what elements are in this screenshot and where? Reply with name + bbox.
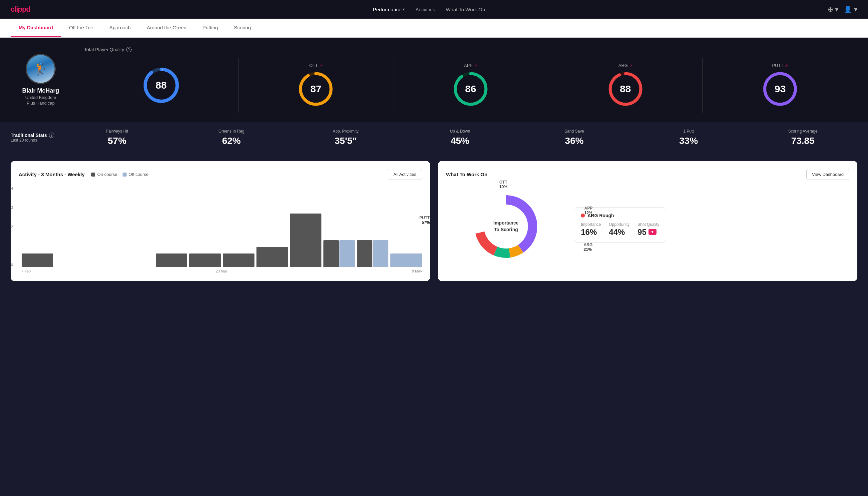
app-logo: clippd	[11, 5, 30, 14]
putt-seg-pct: 57%	[419, 220, 430, 225]
stat-up-and-down: Up & Down 45%	[405, 129, 514, 146]
tpq-circles: 88 OTT ↗ 87	[84, 58, 857, 113]
avatar: 🏌️	[26, 54, 56, 84]
bar-oncourse-10	[357, 240, 373, 267]
metric-opportunity: Opportunity 44%	[609, 222, 630, 237]
putt-seg-label: PUTT	[419, 216, 430, 220]
stat-app-proximity: App. Proximity 35'5"	[291, 129, 400, 146]
stat-greens-in-reg: Greens In Reg 62%	[177, 129, 286, 146]
tpq-section: Total Player Quality ? 88	[84, 47, 857, 113]
all-activities-button[interactable]: All Activities	[388, 169, 422, 180]
wtwo-card-header: What To Work On View Dashboard	[446, 169, 849, 180]
chevron-down-icon: ▾	[403, 7, 405, 12]
tpq-app: APP ↗ 86	[393, 58, 548, 113]
arg-seg-pct: 21%	[584, 247, 593, 252]
bar-offcourse-9	[340, 240, 355, 267]
offcourse-dot	[123, 173, 127, 176]
tab-scoring[interactable]: Scoring	[226, 19, 259, 37]
app-value: 86	[465, 83, 476, 95]
y-axis: 4 3 2 1 0	[11, 187, 13, 267]
putt-donut: 93	[762, 71, 799, 107]
stats-label-sub: Last 20 rounds	[11, 138, 57, 143]
arg-label: ARG ↗	[618, 63, 632, 68]
tab-around-the-green[interactable]: Around the Green	[139, 19, 194, 37]
bar-group-10	[357, 240, 389, 267]
metric-row: Importance 16% Opportunity 44% Shot Qual…	[581, 222, 659, 237]
player-info: 🏌️ Blair McHarg United Kingdom Plus Hand…	[11, 54, 70, 106]
bar-group-2	[89, 266, 120, 267]
ott-trend-icon: ↗	[319, 63, 322, 68]
app-seg-pct: 12%	[584, 211, 593, 215]
legend-oncourse: On course	[91, 172, 117, 177]
metric-shot-quality: Shot Quality 95 ▼	[637, 222, 659, 237]
top-navigation: clippd Performance ▾ Activities What To …	[0, 0, 868, 19]
bar-group-4	[156, 253, 188, 267]
bar-oncourse-9	[323, 240, 339, 267]
x-labels: 7 Feb 28 Mar 9 May	[19, 267, 422, 273]
chart-card-header: Activity - 3 Months - Weekly On course O…	[19, 169, 422, 180]
tab-off-the-tee[interactable]: Off the Tee	[61, 19, 101, 37]
main-donut: 88	[143, 67, 179, 104]
stat-scoring-average: Scoring Average 73.85	[748, 129, 857, 146]
donut-center-text: Importance To Scoring	[493, 220, 518, 233]
tpq-ott: OTT ↗ 87	[238, 58, 393, 113]
app-seg-label: APP	[584, 206, 593, 211]
cards-row: Activity - 3 Months - Weekly On course O…	[0, 153, 868, 289]
tpq-arg: ARG ↗ 88	[548, 58, 703, 113]
app-label: APP ↗	[464, 63, 477, 68]
activity-chart-card: Activity - 3 Months - Weekly On course O…	[11, 161, 430, 281]
tpq-title: Total Player Quality ?	[84, 47, 857, 52]
main-score-value: 88	[156, 80, 167, 91]
app-trend-icon: ↗	[474, 63, 477, 68]
bar-group-6	[223, 253, 254, 267]
tab-my-dashboard[interactable]: My Dashboard	[11, 19, 61, 37]
add-button[interactable]: ⊕ ▾	[828, 5, 839, 13]
player-handicap: Plus Handicap	[27, 100, 54, 106]
player-country: United Kingdom	[25, 95, 56, 100]
stats-info-icon[interactable]: ?	[49, 133, 54, 138]
tab-putting[interactable]: Putting	[194, 19, 226, 37]
tpq-putt: PUTT ↗ 93	[703, 58, 857, 113]
tpq-main-score: 88	[84, 58, 238, 113]
bar-offcourse-11	[390, 253, 422, 267]
chart-legend: On course Off course	[91, 172, 148, 177]
view-dashboard-button[interactable]: View Dashboard	[806, 169, 849, 180]
legend-offcourse: Off course	[123, 172, 148, 177]
stat-fairways-hit: Fairways Hit 57%	[63, 129, 172, 146]
nav-what-to-work-on[interactable]: What To Work On	[446, 7, 485, 12]
hero-section: 🏌️ Blair McHarg United Kingdom Plus Hand…	[0, 37, 868, 122]
arg-trend-icon: ↗	[629, 63, 632, 68]
tabs-bar: My Dashboard Off the Tee Approach Around…	[0, 19, 868, 37]
info-icon[interactable]: ?	[126, 47, 131, 52]
tab-approach[interactable]: Approach	[101, 19, 139, 37]
bar-chart-inner: 4 3 2 1 0	[19, 187, 422, 267]
wtwo-card: What To Work On View Dashboard OTT 10% A…	[438, 161, 857, 281]
bar-group-7	[256, 247, 288, 267]
nav-performance[interactable]: Performance ▾	[373, 7, 405, 12]
bar-group-3	[122, 266, 154, 267]
bar-group-5	[189, 253, 221, 267]
user-menu-button[interactable]: 👤 ▾	[844, 5, 857, 13]
arg-donut: 88	[607, 71, 644, 107]
bar-group-11	[390, 253, 422, 267]
arg-seg-label: ARG	[584, 243, 593, 247]
bar-oncourse-7	[256, 247, 288, 267]
nav-activities[interactable]: Activities	[415, 7, 435, 12]
bar-group-8	[290, 214, 321, 267]
ott-donut: 87	[297, 71, 334, 107]
bar-group-9	[323, 240, 355, 267]
bar-oncourse-0	[22, 253, 53, 267]
wtwo-title: What To Work On	[446, 172, 487, 177]
ott-seg-pct: 10%	[499, 185, 507, 189]
stats-label-title: Traditional Stats ?	[11, 133, 57, 138]
player-name: Blair McHarg	[22, 87, 59, 94]
nav-right: ⊕ ▾ 👤 ▾	[828, 5, 857, 13]
shot-quality-badge: ▼	[648, 229, 657, 235]
putt-label: PUTT ↗	[772, 63, 788, 68]
nav-links: Performance ▾ Activities What To Work On	[373, 7, 485, 12]
stats-label: Traditional Stats ? Last 20 rounds	[11, 133, 57, 143]
metric-importance: Importance 16%	[581, 222, 601, 237]
bar-group-1	[55, 266, 87, 267]
putt-value: 93	[774, 83, 785, 95]
stat-sand-save: Sand Save 36%	[520, 129, 629, 146]
